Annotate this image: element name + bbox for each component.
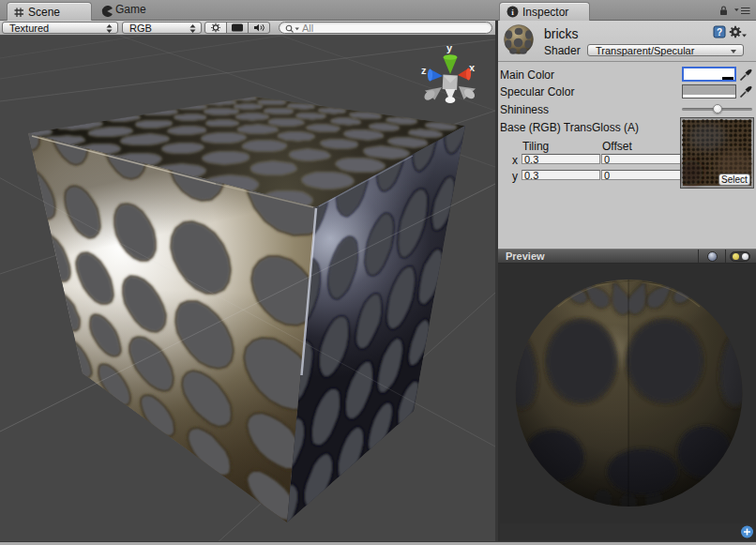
svg-text:y: y <box>446 42 453 53</box>
svg-text:z: z <box>421 65 427 76</box>
svg-text:?: ? <box>717 27 722 38</box>
